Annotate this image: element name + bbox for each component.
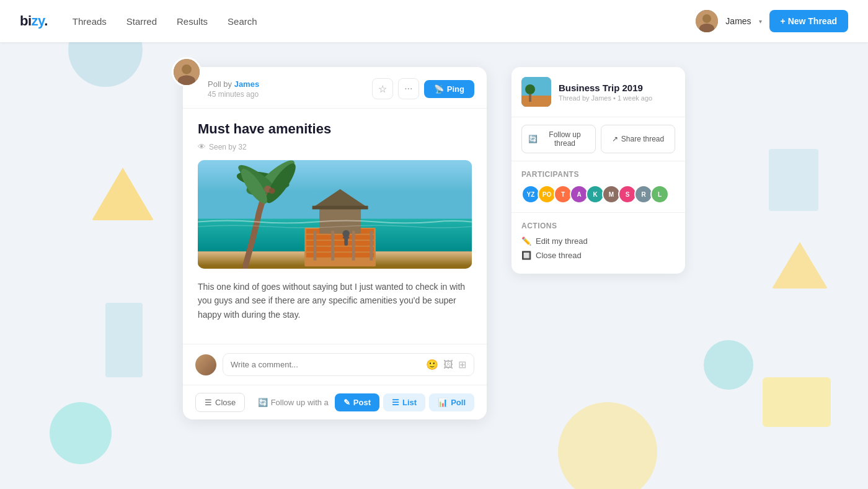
ping-icon: 📡: [434, 84, 444, 94]
post-meta: Poll by James 45 minutes ago: [208, 79, 372, 99]
svg-point-1: [702, 14, 711, 23]
thread-meta: Thread by James • 1 week ago: [559, 94, 675, 102]
svg-rect-20: [352, 231, 355, 261]
post-image: [198, 160, 472, 269]
svg-point-5: [178, 75, 195, 86]
main-content: Poll by James 45 minutes ago ☆ ··· 📡 Pin…: [0, 42, 868, 489]
svg-rect-11: [306, 235, 374, 240]
close-button[interactable]: ☰ Close: [195, 393, 245, 412]
seen-badge: 👁 Seen by 32: [198, 142, 472, 151]
svg-rect-35: [521, 96, 551, 107]
participants-row: YZ PO T A K M S R L: [521, 185, 675, 204]
emoji-icon[interactable]: 🙂: [426, 359, 438, 370]
post-author-avatar: [172, 57, 202, 87]
svg-rect-31: [344, 237, 348, 245]
poll-button[interactable]: 📊 Poll: [429, 393, 474, 411]
comment-input-wrap[interactable]: 🙂 🖼 ⊞: [223, 353, 474, 376]
image-icon[interactable]: 🖼: [443, 359, 453, 370]
post-btn-icon: ✎: [343, 398, 350, 407]
post-card-footer: ☰ Close 🔄 Follow up with a ✎ Post ☰: [183, 385, 487, 419]
svg-rect-17: [312, 206, 368, 210]
post-card: Poll by James 45 minutes ago ☆ ··· 📡 Pin…: [183, 67, 487, 419]
user-name: James: [725, 16, 751, 26]
edit-icon: ✏️: [521, 236, 531, 246]
navbar-right: James ▾ + New Thread: [696, 10, 848, 32]
nav-threads[interactable]: Threads: [73, 14, 107, 29]
post-title: Must have amenities: [198, 121, 472, 137]
comment-section: 🙂 🖼 ⊞: [183, 344, 487, 385]
svg-rect-37: [529, 94, 531, 102]
thread-action-buttons: 🔄 Follow up thread ↗ Share thread: [512, 117, 685, 161]
follow-thread-button[interactable]: 🔄 Follow up thread: [521, 125, 596, 153]
svg-rect-12: [306, 241, 374, 246]
post-body-text: This one kind of goes without saying but…: [198, 280, 472, 321]
list-btn-icon: ☰: [392, 398, 399, 407]
edit-thread-action[interactable]: ✏️ Edit my thread: [521, 236, 675, 246]
svg-point-36: [525, 84, 535, 94]
thread-panel: Business Trip 2019 Thread by James • 1 w…: [512, 67, 685, 274]
follow-icon: 🔄: [258, 398, 268, 407]
share-thread-icon: ↗: [612, 135, 618, 143]
thread-title: Business Trip 2019: [559, 83, 675, 93]
thread-header: Business Trip 2019 Thread by James • 1 w…: [512, 67, 685, 117]
close-icon: ☰: [205, 398, 212, 407]
post-type-label: Poll by James: [208, 79, 372, 89]
app-logo: bizy.: [20, 13, 48, 29]
right-panel: Business Trip 2019 Thread by James • 1 w…: [512, 67, 685, 274]
svg-point-29: [269, 188, 275, 194]
poll-btn-icon: 📊: [438, 398, 448, 407]
comment-input[interactable]: [231, 360, 421, 369]
thread-thumbnail: [521, 77, 551, 107]
svg-point-4: [182, 65, 192, 74]
post-time: 45 minutes ago: [208, 90, 372, 99]
share-thread-button[interactable]: ↗ Share thread: [601, 125, 675, 153]
footer-action-btns: ✎ Post ☰ List 📊 Poll: [335, 393, 474, 411]
navbar: bizy. Threads Starred Results Search Jam…: [0, 0, 868, 42]
svg-point-30: [342, 230, 349, 237]
follow-up-label: 🔄 Follow up with a: [258, 398, 329, 407]
post-card-wrapper: Poll by James 45 minutes ago ☆ ··· 📡 Pin…: [183, 67, 487, 419]
seen-icon: 👁: [198, 142, 206, 151]
svg-rect-18: [314, 231, 317, 261]
user-dropdown-arrow[interactable]: ▾: [759, 18, 762, 25]
post-card-header: Poll by James 45 minutes ago ☆ ··· 📡 Pin…: [183, 67, 487, 109]
svg-rect-19: [331, 231, 334, 261]
post-button[interactable]: ✎ Post: [335, 393, 379, 411]
attachment-icon[interactable]: ⊞: [458, 359, 466, 370]
actions-section: Actions ✏️ Edit my thread 🔲 Close thread: [512, 213, 685, 274]
ping-button[interactable]: 📡 Ping: [424, 80, 474, 98]
comment-icons: 🙂 🖼 ⊞: [426, 359, 466, 370]
participants-section: Participants YZ PO T A K M S R L: [512, 161, 685, 213]
close-thread-action[interactable]: 🔲 Close thread: [521, 251, 675, 260]
svg-rect-13: [306, 247, 374, 252]
comment-user-avatar: [195, 354, 216, 375]
svg-rect-21: [370, 231, 373, 261]
avatar: [696, 10, 718, 32]
participant-avatar: L: [650, 185, 669, 204]
thread-info: Business Trip 2019 Thread by James • 1 w…: [559, 83, 675, 102]
follow-thread-icon: 🔄: [528, 135, 538, 143]
post-card-body: Must have amenities 👁 Seen by 32: [183, 109, 487, 344]
svg-rect-14: [306, 253, 374, 258]
actions-label: Actions: [521, 222, 675, 230]
new-thread-button[interactable]: + New Thread: [769, 10, 848, 32]
more-button[interactable]: ···: [398, 78, 419, 99]
star-button[interactable]: ☆: [372, 78, 393, 99]
nav-starred[interactable]: Starred: [126, 14, 157, 29]
nav-search[interactable]: Search: [228, 14, 257, 29]
participants-label: Participants: [521, 170, 675, 179]
post-card-actions: ☆ ··· 📡 Ping: [372, 78, 474, 99]
close-thread-icon: 🔲: [521, 251, 531, 260]
nav-links: Threads Starred Results Search: [73, 14, 696, 29]
nav-results[interactable]: Results: [177, 14, 208, 29]
list-button[interactable]: ☰ List: [383, 393, 425, 411]
